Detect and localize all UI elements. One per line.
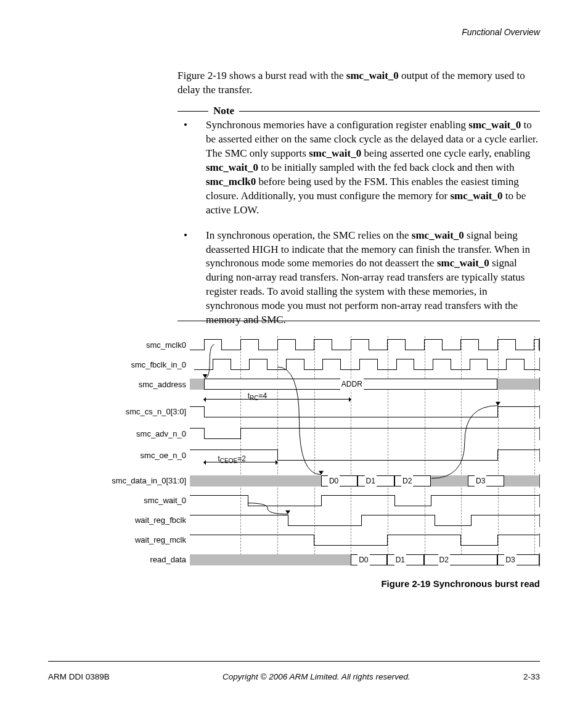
data-label: D0 — [357, 554, 369, 565]
signal-label: smc_address — [74, 380, 190, 389]
data-label: D3 — [504, 554, 516, 565]
data-label: D0 — [328, 475, 340, 486]
signal-label: wait_reg_mclk — [74, 535, 190, 544]
intro-paragraph: Figure 2-19 shows a burst read with the … — [178, 69, 540, 97]
footer-center: Copyright © 2006 ARM Limited. All rights… — [223, 672, 410, 681]
signal-wave — [190, 494, 540, 507]
note-item: Synchronous memories have a configuratio… — [178, 118, 540, 218]
signal-wave: ADDR — [190, 377, 540, 391]
annotation-arrow-trc — [204, 399, 351, 400]
data-label: ADDR — [340, 379, 364, 390]
note-item: In synchronous operation, the SMC relies… — [178, 229, 540, 328]
signal-label: smc_wait_0 — [74, 496, 190, 505]
signal-wave: D0D1D2D3 — [190, 474, 540, 488]
footer-rule — [48, 661, 540, 662]
signal-row: read_dataD0D1D2D3 — [74, 551, 540, 568]
note-rule-right — [239, 111, 540, 112]
data-label: D2 — [401, 475, 413, 486]
signal-label: smc_oe_n_0 — [74, 451, 190, 460]
signal-wave — [190, 427, 540, 440]
signal-row: smc_data_in_0[31:0]D0D1D2D3 — [74, 472, 540, 490]
signal-row: wait_reg_fbclk — [74, 512, 540, 529]
page-footer: ARM DDI 0389B Copyright © 2006 ARM Limit… — [48, 672, 540, 681]
signal-row: smc_mclk0 — [74, 336, 540, 353]
signal-label: smc_fbclk_in_0 — [74, 360, 190, 369]
signal-wave — [190, 533, 540, 547]
signal-row: smc_cs_n_0[3:0] — [74, 403, 540, 421]
signal-wave — [190, 514, 540, 527]
signal-wave — [190, 405, 540, 419]
note-rule-left — [178, 111, 208, 112]
signal-row: smc_fbclk_in_0 — [74, 356, 540, 373]
signal-row: smc_addressADDR — [74, 376, 540, 393]
annotation-tceoe: tCEOE=2 — [218, 454, 245, 464]
signal-row: smc_oe_n_0 — [74, 446, 540, 464]
timing-diagram: smc_mclk0smc_fbclk_in_0smc_addressADDRsm… — [74, 336, 540, 558]
figure-caption: Figure 2-19 Synchronous burst read — [381, 578, 540, 589]
page: Functional Overview Figure 2-19 shows a … — [0, 0, 588, 706]
intro-pre: Figure 2-19 shows a burst read with the — [178, 70, 346, 81]
note-label: Note — [213, 105, 234, 117]
signal-label: read_data — [74, 555, 190, 564]
data-label: D2 — [438, 554, 450, 565]
signal-row: smc_adv_n_0 — [74, 425, 540, 442]
note-end-rule — [178, 321, 540, 321]
data-label: D1 — [365, 475, 377, 486]
footer-left: ARM DDI 0389B — [48, 672, 110, 681]
signal-label: smc_mclk0 — [74, 340, 190, 350]
data-label: D3 — [475, 475, 486, 486]
signal-wave — [190, 358, 540, 371]
running-header: Functional Overview — [462, 27, 540, 37]
intro-bold: smc_wait_0 — [346, 70, 399, 81]
signal-wave — [190, 338, 540, 351]
annotation-trc: tRC=4 — [248, 392, 267, 401]
note-heading: Note — [178, 105, 540, 117]
signal-label: wait_reg_fbclk — [74, 515, 190, 525]
signal-label: smc_data_in_0[31:0] — [74, 476, 190, 485]
footer-right: 2-33 — [523, 672, 540, 681]
signal-wave: D0D1D2D3 — [190, 553, 540, 567]
signal-label: smc_cs_n_0[3:0] — [74, 407, 190, 416]
signal-row: smc_wait_0 — [74, 492, 540, 509]
signal-row: wait_reg_mclk — [74, 532, 540, 549]
signal-label: smc_adv_n_0 — [74, 429, 190, 438]
note-list: Synchronous memories have a configuratio… — [178, 118, 540, 339]
data-label: D1 — [394, 554, 406, 565]
